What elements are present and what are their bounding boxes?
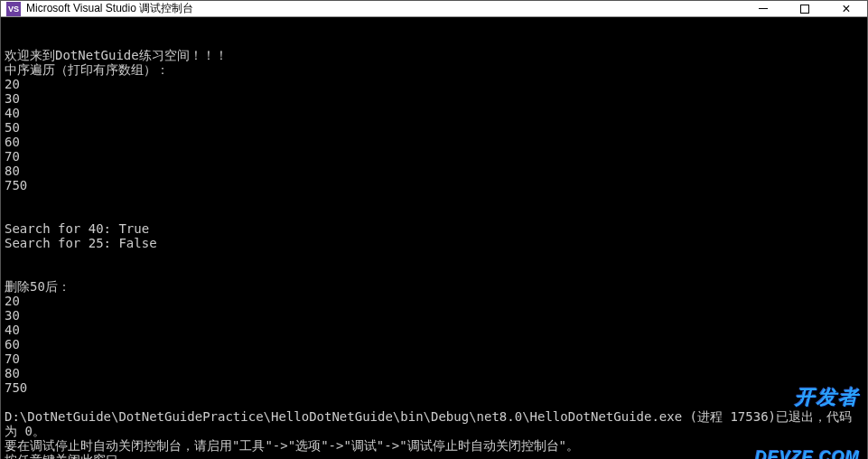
console-line: 80 [5, 366, 863, 380]
console-line: 60 [5, 135, 863, 149]
maximize-button[interactable] [784, 1, 826, 16]
console-line: 按任意键关闭此窗口. . . [5, 453, 863, 459]
console-line: 中序遍历（打印有序数组）： [5, 62, 863, 77]
console-line: 40 [5, 323, 863, 337]
console-line: Search for 25: False [5, 236, 863, 250]
console-line: 70 [5, 149, 863, 164]
window-title: Microsoft Visual Studio 调试控制台 [26, 1, 742, 16]
console-line: 要在调试停止时自动关闭控制台，请启用"工具"->"选项"->"调试"->"调试停… [5, 438, 863, 453]
console-output[interactable]: 欢迎来到DotNetGuide练习空间！！！中序遍历（打印有序数组）：20304… [1, 17, 867, 459]
console-line [5, 265, 863, 279]
minimize-icon [759, 8, 768, 9]
console-line: 70 [5, 351, 863, 366]
console-line: 欢迎来到DotNetGuide练习空间！！！ [5, 48, 863, 62]
console-line: Search for 40: True [5, 221, 863, 236]
console-line: 50 [5, 120, 863, 135]
console-line: 30 [5, 91, 863, 106]
console-line: 750 [5, 178, 863, 192]
vs-icon: VS [6, 2, 21, 16]
close-button[interactable]: × [826, 1, 867, 16]
titlebar[interactable]: VS Microsoft Visual Studio 调试控制台 × [1, 1, 867, 17]
console-line: 20 [5, 294, 863, 308]
console-line: D:\DotNetGuide\DotNetGuidePractice\Hello… [5, 409, 863, 438]
close-icon: × [842, 2, 850, 16]
maximize-icon [800, 5, 809, 14]
console-line: 80 [5, 164, 863, 178]
console-line [5, 395, 863, 409]
console-line: 删除50后： [5, 279, 863, 294]
app-window: VS Microsoft Visual Studio 调试控制台 × 欢迎来到D… [0, 0, 868, 459]
console-line: 750 [5, 380, 863, 395]
window-controls: × [742, 1, 867, 16]
console-line: 20 [5, 77, 863, 91]
console-line [5, 192, 863, 207]
console-line: 40 [5, 106, 863, 120]
console-line: 60 [5, 337, 863, 351]
console-line [5, 250, 863, 265]
console-line: 30 [5, 308, 863, 323]
console-line [5, 207, 863, 221]
minimize-button[interactable] [742, 1, 784, 16]
